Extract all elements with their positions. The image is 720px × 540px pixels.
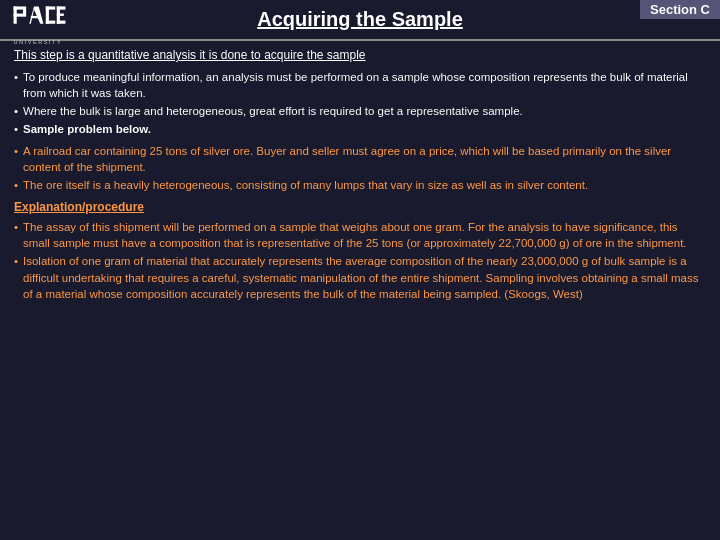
exp-bullet-1: • The assay of this shipment will be per… bbox=[14, 219, 706, 251]
bullet-text-1: To produce meaningful information, an an… bbox=[23, 69, 706, 101]
intro-line: This step is a quantitative analysis it … bbox=[14, 47, 706, 64]
svg-rect-13 bbox=[57, 21, 66, 24]
page-title: Acquiring the Sample bbox=[257, 8, 463, 31]
section-label: Section C bbox=[640, 0, 720, 19]
svg-rect-9 bbox=[46, 6, 49, 23]
main-content: This step is a quantitative analysis it … bbox=[0, 41, 720, 312]
orange-bullet-text-2: The ore itself is a heavily heterogeneou… bbox=[23, 177, 588, 193]
svg-text:UNIVERSITY: UNIVERSITY bbox=[14, 39, 63, 45]
svg-rect-2 bbox=[14, 6, 23, 9]
bullet-text-3: Sample problem below. bbox=[23, 121, 151, 137]
svg-rect-4 bbox=[23, 6, 26, 16]
svg-rect-11 bbox=[57, 6, 66, 9]
exp-bullet-text-2: Isolation of one gram of material that a… bbox=[23, 253, 706, 301]
orange-bullet-text-1: A railroad car containing 25 tons of sil… bbox=[23, 143, 706, 175]
exp-bullet-symbol-2: • bbox=[14, 253, 18, 301]
pace-logo: UNIVERSITY bbox=[12, 4, 67, 49]
orange-bullet-symbol-2: • bbox=[14, 177, 18, 193]
svg-rect-3 bbox=[14, 14, 23, 17]
exp-bullet-2: • Isolation of one gram of material that… bbox=[14, 253, 706, 301]
svg-rect-12 bbox=[57, 14, 64, 16]
bullet-symbol-3: • bbox=[14, 121, 18, 137]
explanation-body: • The assay of this shipment will be per… bbox=[14, 219, 706, 301]
exp-bullet-text-1: The assay of this shipment will be perfo… bbox=[23, 219, 706, 251]
bullet-3: • Sample problem below. bbox=[14, 121, 706, 137]
orange-bullet-1: • A railroad car containing 25 tons of s… bbox=[14, 143, 706, 175]
bullet-symbol-1: • bbox=[14, 69, 18, 101]
bullet-1: • To produce meaningful information, an … bbox=[14, 69, 706, 101]
exp-bullet-symbol-1: • bbox=[14, 219, 18, 251]
bullet-text-2: Where the bulk is large and heterogeneou… bbox=[23, 103, 523, 119]
logo-area: UNIVERSITY bbox=[12, 4, 67, 53]
orange-bullet-2: • The ore itself is a heavily heterogene… bbox=[14, 177, 706, 193]
orange-problem-section: • A railroad car containing 25 tons of s… bbox=[14, 143, 706, 193]
page-header: UNIVERSITY Acquiring the Sample Section … bbox=[0, 0, 720, 41]
bullet-symbol-2: • bbox=[14, 103, 18, 119]
orange-bullet-symbol-1: • bbox=[14, 143, 18, 175]
bullet-2: • Where the bulk is large and heterogene… bbox=[14, 103, 706, 119]
svg-rect-6 bbox=[31, 16, 40, 18]
explanation-header: Explanation/procedure bbox=[14, 199, 706, 216]
